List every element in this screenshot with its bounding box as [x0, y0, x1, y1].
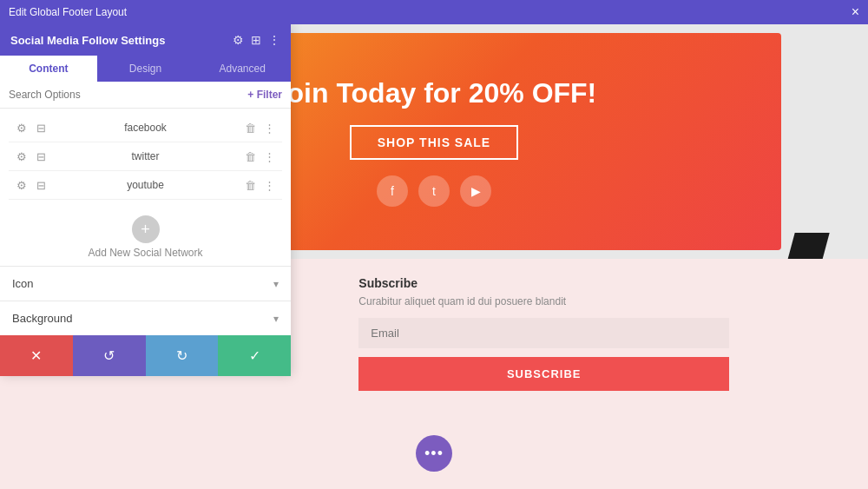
- email-input[interactable]: [358, 318, 729, 348]
- network-delete-icon[interactable]: 🗑: [242, 120, 258, 135]
- accordion-background-arrow: ▾: [273, 313, 279, 325]
- tab-content[interactable]: Content: [0, 56, 97, 82]
- add-network-row[interactable]: + Add New Social Network: [0, 205, 291, 266]
- network-drag-icon-2[interactable]: ⊟: [33, 149, 49, 164]
- network-settings-icon-2[interactable]: ⚙: [14, 149, 30, 164]
- youtube-icon[interactable]: ▶: [460, 175, 491, 207]
- three-dots-button[interactable]: •••: [416, 435, 452, 472]
- network-name-facebook: facebook: [54, 122, 237, 134]
- network-row-icons-3: ⚙ ⊟: [14, 177, 49, 193]
- add-network-icon: +: [132, 215, 160, 243]
- accordion-icon-arrow: ▾: [273, 278, 279, 290]
- twitter-icon[interactable]: t: [418, 175, 450, 207]
- network-settings-icon-3[interactable]: ⚙: [14, 177, 30, 193]
- accordion-background[interactable]: Background ▾: [0, 301, 291, 335]
- shop-button[interactable]: SHOP THIS SALE: [350, 125, 518, 160]
- subscribe-col: Subscribe Curabitur aliquet quam id dui …: [358, 276, 729, 472]
- filter-button[interactable]: + Filter: [247, 89, 282, 101]
- network-row-facebook: ⚙ ⊟ facebook 🗑 ⋮: [9, 114, 282, 142]
- settings-panel: Social Media Follow Settings ⚙ ⊞ ⋮ Conte…: [0, 24, 291, 376]
- facebook-icon[interactable]: f: [377, 175, 408, 207]
- network-row-icons: ⚙ ⊟: [14, 120, 49, 135]
- subscribe-title: Subscribe: [358, 276, 729, 290]
- panel-footer: ✕ ↺ ↻ ✓: [0, 335, 291, 376]
- panel-header-icons: ⚙ ⊞ ⋮: [233, 33, 280, 47]
- title-bar: Edit Global Footer Layout ×: [0, 0, 868, 24]
- network-row-actions: 🗑 ⋮: [242, 120, 277, 135]
- close-button[interactable]: ×: [852, 5, 859, 19]
- network-drag-icon-3[interactable]: ⊟: [33, 177, 49, 193]
- search-input[interactable]: [9, 89, 240, 101]
- panel-settings-icon[interactable]: ⚙: [233, 33, 244, 47]
- cancel-button[interactable]: ✕: [0, 335, 73, 376]
- network-more-icon[interactable]: ⋮: [261, 120, 277, 135]
- network-name-youtube: youtube: [54, 179, 237, 191]
- network-delete-icon-3[interactable]: 🗑: [242, 177, 258, 193]
- add-network-label: Add New Social Network: [88, 247, 202, 259]
- network-row-actions-2: 🗑 ⋮: [242, 149, 277, 164]
- subscribe-desc: Curabitur aliquet quam id dui posuere bl…: [358, 295, 729, 307]
- accordion-icon-label: Icon: [12, 277, 34, 290]
- redo-button[interactable]: ↻: [146, 335, 219, 376]
- hero-title: Join Today for 20% OFF!: [272, 77, 597, 109]
- subscribe-button[interactable]: SUBSCRIBE: [358, 357, 729, 391]
- search-row: + Filter: [0, 82, 291, 109]
- tab-advanced[interactable]: Advanced: [194, 56, 291, 82]
- panel-more-icon[interactable]: ⋮: [268, 33, 280, 47]
- panel-title: Social Media Follow Settings: [10, 34, 165, 47]
- network-row-youtube: ⚙ ⊟ youtube 🗑 ⋮: [9, 171, 282, 200]
- save-button[interactable]: ✓: [218, 335, 291, 376]
- network-row-icons-2: ⚙ ⊟: [14, 149, 49, 164]
- network-delete-icon-2[interactable]: 🗑: [242, 149, 258, 164]
- accordion-background-label: Background: [12, 312, 72, 325]
- network-drag-icon[interactable]: ⊟: [33, 120, 49, 135]
- panel-tabs: Content Design Advanced: [0, 56, 291, 82]
- undo-button[interactable]: ↺: [73, 335, 146, 376]
- network-row-actions-3: 🗑 ⋮: [242, 177, 277, 193]
- network-list: ⚙ ⊟ facebook 🗑 ⋮ ⚙ ⊟ twitter 🗑 ⋮ ⚙: [0, 109, 291, 205]
- network-row-twitter: ⚙ ⊟ twitter 🗑 ⋮: [9, 142, 282, 171]
- tab-design[interactable]: Design: [97, 56, 194, 82]
- network-name-twitter: twitter: [54, 150, 237, 162]
- panel-layout-icon[interactable]: ⊞: [251, 33, 261, 47]
- network-more-icon-2[interactable]: ⋮: [261, 149, 277, 164]
- accordion-icon[interactable]: Icon ▾: [0, 266, 291, 301]
- network-more-icon-3[interactable]: ⋮: [261, 177, 277, 193]
- network-settings-icon[interactable]: ⚙: [14, 120, 30, 135]
- social-icons-group: f t ▶: [377, 175, 491, 207]
- title-bar-text: Edit Global Footer Layout: [9, 6, 127, 18]
- panel-header: Social Media Follow Settings ⚙ ⊞ ⋮: [0, 24, 291, 56]
